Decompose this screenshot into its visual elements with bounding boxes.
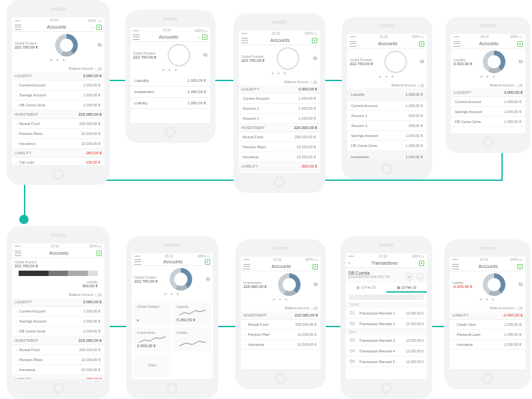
tx-iban: ES1234567890 0286 0012 543 <box>348 275 390 279</box>
menu-icon[interactable] <box>350 41 356 47</box>
search-input[interactable] <box>349 295 424 300</box>
layout-icon[interactable]: ⧉ <box>311 281 318 288</box>
action-icon[interactable] <box>202 35 207 40</box>
row-current-account[interactable]: Current Account1.000,00 € <box>239 94 320 104</box>
donut-chart <box>384 51 407 73</box>
action-icon[interactable] <box>96 25 102 30</box>
donut-chart <box>278 273 301 296</box>
menu-icon[interactable] <box>452 264 459 269</box>
page-title: Transactions <box>371 261 398 265</box>
status-bar: •••••15:16100% ▭ <box>130 27 210 33</box>
tx-row-3[interactable]: 03Transaction Remark 312.000,00 € <box>346 335 427 346</box>
chart-icon[interactable]: ⊪ <box>406 273 414 281</box>
row-insurance[interactable]: ›Insurance10.000,00 € <box>12 139 104 149</box>
menu-icon[interactable] <box>241 38 248 43</box>
balance-toggle[interactable] <box>95 293 102 297</box>
row-savings-account[interactable]: ›Savings Account1.000,00 € <box>12 90 104 100</box>
layout-icon[interactable]: ⧉ <box>516 281 523 288</box>
row-db-conta-certa[interactable]: ›DB Conta Certa1.000,00 € <box>12 100 104 110</box>
row-mutual-fund[interactable]: ›Mutual Fund200.000,00 € <box>12 119 104 129</box>
section-liability[interactable]: LIABILITY-300,00 € <box>12 149 104 158</box>
sparkline-icon <box>177 338 208 348</box>
phone-screen-9: •••••15:16100% ▭ ‹Transactions DB Cuenta… <box>340 236 432 399</box>
tile-liability[interactable]: Liability <box>174 327 211 351</box>
row-account-1[interactable]: Account 11.000,00 € <box>239 104 320 114</box>
tab-date-to[interactable]: ▦ 12 Feb 12 <box>386 283 427 293</box>
action-icon[interactable] <box>313 264 318 269</box>
layout-icon[interactable]: ⧉ <box>203 276 210 283</box>
donut-chart <box>483 273 505 296</box>
phone-screen-2: •••••15:16100% ▭ Accounts⌵ Global Positi… <box>125 10 215 143</box>
layout-icon[interactable]: ⧉ <box>418 59 424 65</box>
balance-toggle[interactable] <box>418 84 424 87</box>
tile-investments[interactable]: Investments 2.000,00 € <box>134 327 172 351</box>
page-dots[interactable]: ● ● ● <box>15 58 102 62</box>
row-account-1b[interactable]: Account 1500,00 € <box>347 121 427 131</box>
row-credit-card[interactable]: ›Credit Card1.000,00 € <box>450 320 525 330</box>
phone-screen-8: •••••15:16100% ▭ Accounts Investments220… <box>235 239 326 389</box>
row-current-account[interactable]: Current Account1.000,00 € <box>347 101 427 111</box>
menu-icon[interactable] <box>133 35 140 40</box>
menu-icon[interactable] <box>134 259 141 265</box>
row-insurance[interactable]: ›Insurance1.000,00 € <box>450 340 525 350</box>
balance-toggle[interactable] <box>311 80 317 84</box>
action-icon[interactable] <box>312 38 317 43</box>
tx-row-5[interactable]: 05Transaction Remark 512.000,00 € <box>346 356 427 367</box>
phone-screen-3: •••••15:16100% ▭ Accounts Global Positio… <box>233 13 325 193</box>
action-icon[interactable] <box>205 259 210 265</box>
page-title: Accounts <box>47 25 66 29</box>
tx-row-4[interactable]: 04Transaction Remark 412.000,00 € <box>346 346 427 356</box>
menu-icon[interactable] <box>454 41 460 47</box>
row-investment[interactable]: Investment1.000,00 € <box>130 86 210 98</box>
tx-row-1[interactable]: 01Transaction Remark 112.000,00 € <box>346 308 427 319</box>
row-personal-loan[interactable]: ›Personal Loan1.000,00 € <box>450 330 525 340</box>
balance-toggle[interactable] <box>311 307 318 310</box>
tile-global-position[interactable]: Global Position▸ <box>134 301 172 325</box>
action-icon[interactable] <box>419 41 424 47</box>
row-current-account[interactable]: ›Current Account1.000,00 € <box>12 80 104 90</box>
row-pension-plans[interactable]: ›Pension Plans10.000,00 € <box>12 129 104 139</box>
wifi-icon: ⌵ <box>92 25 94 30</box>
row-investment[interactable]: Investment1.000,00 € <box>347 151 427 160</box>
menu-icon[interactable] <box>15 251 21 256</box>
global-position-amount: 222.700,00 € <box>15 45 38 49</box>
more-icon[interactable]: ⋯ <box>416 273 424 281</box>
tab-date-from[interactable]: ▦ 12 Feb 15 <box>346 283 386 293</box>
section-liquidity[interactable]: LIQUIDITY3.000,00 € <box>12 72 104 80</box>
row-liquidity[interactable]: Liquidity1.000,00 € <box>347 88 427 101</box>
tile-offers[interactable]: Offers <box>134 353 172 377</box>
balance-toggle[interactable] <box>95 67 102 70</box>
action-icon[interactable] <box>96 251 102 256</box>
row-savings[interactable]: Savings Account1.000,00 € <box>347 131 427 141</box>
tx-group-2014: 2014 <box>346 329 427 335</box>
donut-chart <box>55 34 78 57</box>
layout-icon[interactable]: ⧉ <box>201 52 207 59</box>
back-icon[interactable]: ‹ <box>348 261 350 265</box>
phone-screen-7: •••••15:16100% ▭ Accounts Global Positio… <box>126 236 218 399</box>
row-account-1[interactable]: Account 1500,00 € <box>347 111 427 121</box>
tx-row-2[interactable]: 02Transaction Remark 212.000,00 € <box>346 319 427 329</box>
section-investment[interactable]: INVESTMENT220.000,00 € <box>12 110 104 119</box>
balance-label: Balance Amount <box>69 66 93 70</box>
row-db-conta-certa[interactable]: DB Conta Certa1.000,00 € <box>347 141 427 151</box>
menu-icon[interactable] <box>243 264 250 269</box>
balance-toggle[interactable] <box>516 307 523 310</box>
menu-icon[interactable] <box>15 25 21 30</box>
action-icon[interactable] <box>517 41 523 47</box>
row-liquidity[interactable]: Liquidity1.000,00 € <box>130 75 210 86</box>
action-icon[interactable] <box>419 261 424 266</box>
layout-icon[interactable]: ⧉ <box>95 42 102 49</box>
nav-bar: Accounts ⌵ <box>12 23 104 32</box>
action-icon[interactable] <box>517 264 523 269</box>
section-liquidity[interactable]: LIQUIDITY3.000,00 € <box>239 85 320 94</box>
row-account-1b[interactable]: Account 11.000,00 € <box>239 114 320 124</box>
tile-liquidity[interactable]: Liquidity 5.250,50 € <box>174 301 211 325</box>
donut-chart <box>170 268 192 291</box>
balance-toggle[interactable] <box>516 84 523 87</box>
layout-icon[interactable]: ⧉ <box>516 59 523 65</box>
row-liability[interactable]: Liability1.000,00 € <box>130 98 210 109</box>
layout-icon[interactable]: ⧉ <box>311 55 317 62</box>
donut-chart <box>277 47 299 70</box>
row-car-loan[interactable]: ›Car Loan-150,00 € <box>12 158 104 165</box>
tx-group-today: TODAY <box>346 302 427 308</box>
